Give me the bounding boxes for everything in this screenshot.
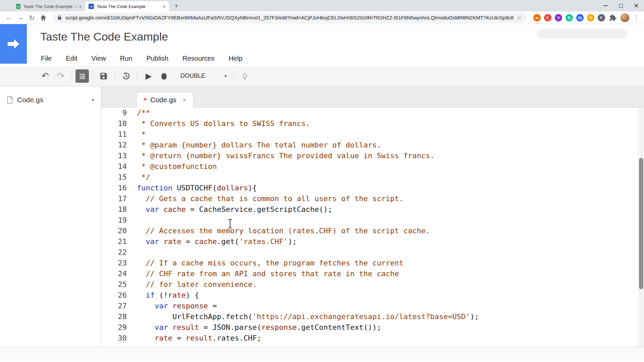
line-number: 18 xyxy=(101,204,127,215)
code-line[interactable]: 22 xyxy=(101,247,644,258)
code-line[interactable]: 30 rate = result.rates.CHF; xyxy=(101,333,644,344)
files-panel: Code.gs ▾ xyxy=(0,86,101,347)
code-line[interactable]: 26 if (!rate) { xyxy=(101,290,644,301)
code-line[interactable]: 19 xyxy=(101,215,644,226)
menu-help[interactable]: Help xyxy=(229,55,243,62)
code-line[interactable]: 24 // CHF rate from an API and stores th… xyxy=(101,268,644,279)
editor-tab-close-icon[interactable]: × xyxy=(182,96,186,104)
menu-bar: File Edit View Run Publish Resources Hel… xyxy=(41,55,243,62)
history-button[interactable] xyxy=(118,68,134,84)
code-line[interactable]: 12 * @param {number} dollars The total n… xyxy=(101,140,644,150)
extensions-puzzle-icon[interactable] xyxy=(609,14,616,21)
code-line[interactable]: 13 * @return {number} swissFrancs The pr… xyxy=(101,150,644,161)
editor-tab-name: Code.gs xyxy=(150,96,176,104)
extension-icon[interactable]: m xyxy=(533,14,541,21)
home-button[interactable] xyxy=(38,12,49,23)
line-number: 12 xyxy=(101,140,127,150)
menu-file[interactable]: File xyxy=(41,55,52,62)
tab-title: Taste The Code Example xyxy=(97,4,161,9)
code-line[interactable]: 18 var cache = CacheService.getScriptCac… xyxy=(101,204,644,215)
line-number: 16 xyxy=(101,183,127,193)
tab-close-icon[interactable]: × xyxy=(79,4,82,9)
back-button[interactable]: ← xyxy=(3,12,15,23)
extension-icon[interactable]: IQ xyxy=(576,14,584,21)
debug-button[interactable] xyxy=(156,68,172,84)
code-line[interactable]: 23 // If a cache miss occurs, the progra… xyxy=(101,258,644,268)
maximize-button[interactable] xyxy=(613,0,629,11)
save-button[interactable] xyxy=(96,68,111,84)
code-line[interactable]: 28 UrlFetchApp.fetch('https://api.exchan… xyxy=(101,311,644,322)
browser-tab-bar: Taste The Code Example - Googl × Taste T… xyxy=(0,0,644,11)
play-icon: ▶ xyxy=(146,71,152,81)
code-line[interactable]: 29 var result = JSON.parse(response.getC… xyxy=(101,322,644,333)
apps-script-favicon-icon xyxy=(89,4,94,9)
address-bar[interactable]: script.google.com/d/1GKz0qmFTvVI5GiOAZFY… xyxy=(52,13,527,23)
extension-icon[interactable]: V xyxy=(555,14,562,21)
forward-button[interactable]: → xyxy=(15,12,26,23)
editor-toolbar: ↶ ↷ ▶ DOUBLE ▾ xyxy=(0,66,644,86)
code-line[interactable]: 20 // Accesses the memory location (rate… xyxy=(101,226,644,236)
new-tab-button[interactable]: + xyxy=(172,1,181,11)
toolbar-separator xyxy=(115,70,115,82)
profile-avatar[interactable] xyxy=(621,13,629,22)
menu-view[interactable]: View xyxy=(92,55,106,62)
menu-publish[interactable]: Publish xyxy=(146,55,168,62)
project-title[interactable]: Taste The Code Example xyxy=(40,30,168,43)
menu-edit[interactable]: Edit xyxy=(66,55,77,62)
code-line[interactable]: 16function USDTOCHF(dollars){ xyxy=(101,183,644,193)
line-number: 14 xyxy=(101,161,127,172)
line-number: 11 xyxy=(101,129,127,140)
code-line[interactable]: 10 * Converts US dollars to SWISS francs… xyxy=(101,118,644,129)
bookmark-star-icon[interactable]: ☆ xyxy=(517,14,522,21)
code-line[interactable]: 25 // for later convenience. xyxy=(101,279,644,290)
redo-button[interactable]: ↷ xyxy=(53,68,68,84)
unsaved-marker: * xyxy=(143,98,147,104)
toolbar-separator xyxy=(72,70,72,82)
line-number: 21 xyxy=(101,236,127,247)
extension-icon[interactable]: S xyxy=(587,14,594,21)
extension-icons: mCVGIQSF xyxy=(530,14,605,21)
code-editor[interactable]: 9/**10 * Converts US dollars to SWISS fr… xyxy=(101,108,644,347)
menu-resources[interactable]: Resources xyxy=(182,55,215,62)
line-number: 29 xyxy=(101,322,127,333)
editor-tabstrip: * Code.gs × xyxy=(101,86,644,108)
code-line[interactable]: 14 * @customfunction xyxy=(101,161,644,172)
editor-tab-code-gs[interactable]: * Code.gs × xyxy=(136,92,194,108)
run-button[interactable]: ▶ xyxy=(141,68,156,84)
browser-tab-inactive[interactable]: Taste The Code Example - Googl × xyxy=(12,1,85,11)
scrollbar-thumb[interactable] xyxy=(639,158,643,289)
file-icon xyxy=(7,96,13,104)
file-name: Code.gs xyxy=(17,96,43,104)
browser-tab-active[interactable]: Taste The Code Example × xyxy=(85,1,169,11)
browser-navbar: ← → ↻ script.google.com/d/1GKz0qmFTvVI5G… xyxy=(0,11,644,24)
menu-run[interactable]: Run xyxy=(120,55,132,62)
extension-icon[interactable]: G xyxy=(566,14,573,21)
code-line[interactable]: 21 var rate = cache.get('rates.CHF'); xyxy=(101,236,644,247)
file-item-code-gs[interactable]: Code.gs ▾ xyxy=(0,91,101,109)
lock-icon[interactable] xyxy=(57,15,62,20)
extension-icon[interactable]: C xyxy=(544,14,551,21)
code-line[interactable]: 9/** xyxy=(101,108,644,118)
minimize-icon xyxy=(603,5,608,6)
function-selector[interactable]: DOUBLE ▾ xyxy=(177,69,230,83)
ibeam-cursor xyxy=(230,220,230,228)
editor-scrollbar[interactable] xyxy=(638,108,644,347)
browser-menu-kebab-icon[interactable]: ⋮ xyxy=(632,13,641,22)
code-line[interactable]: 17 // Gets a cache that is common to all… xyxy=(101,193,644,204)
indent-button[interactable] xyxy=(75,69,89,83)
apps-script-logo xyxy=(0,24,27,64)
line-number: 15 xyxy=(101,172,127,183)
hint-button[interactable] xyxy=(237,68,253,84)
reload-button[interactable]: ↻ xyxy=(26,12,38,23)
line-number: 10 xyxy=(101,118,127,129)
undo-button[interactable]: ↶ xyxy=(38,68,53,84)
minimize-button[interactable] xyxy=(598,0,613,11)
code-line[interactable]: 15 */ xyxy=(101,172,644,183)
chevron-down-icon[interactable]: ▾ xyxy=(92,97,94,103)
code-lines: 9/**10 * Converts US dollars to SWISS fr… xyxy=(101,108,644,344)
extension-icon[interactable]: F xyxy=(598,14,605,21)
code-line[interactable]: 11 * xyxy=(101,129,644,140)
tab-close-icon[interactable]: × xyxy=(163,4,166,9)
close-button[interactable] xyxy=(629,0,644,11)
code-line[interactable]: 27 var response = xyxy=(101,301,644,311)
